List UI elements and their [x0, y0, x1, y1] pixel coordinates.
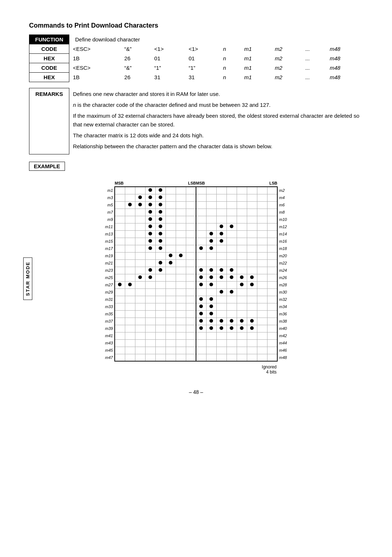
matrix-cell-6-r-4 — [237, 230, 247, 238]
matrix-cell-16-3 — [145, 303, 155, 310]
matrix-rlabel-2: m5 — [104, 201, 115, 209]
matrix-cell-12-r-5 — [247, 274, 257, 281]
matrix-cell-2-r-7 — [267, 201, 277, 209]
matrix-cell-23-4 — [155, 354, 166, 361]
matrix-cell-11-6 — [176, 267, 186, 274]
matrix-cell-0-r-2 — [216, 187, 226, 194]
matrix-cell-0-r-5 — [247, 187, 257, 194]
matrix-cell-23-r-4 — [237, 354, 247, 361]
matrix-cell-16-5 — [166, 303, 176, 310]
matrix-cell-6-r-5 — [247, 230, 257, 238]
matrix-rrlabel-7: m16 — [277, 238, 288, 245]
matrix-cell-4-r-7 — [267, 216, 277, 223]
matrix-cell-0-3 — [145, 187, 155, 194]
matrix-cell-22-r-0 — [196, 347, 206, 354]
dot-7-3 — [148, 239, 152, 243]
matrix-cell-22-r-6 — [257, 347, 267, 354]
dot-2-3 — [148, 203, 152, 206]
matrix-cell-14-r-3 — [226, 288, 237, 296]
matrix-cell-20-r-0 — [196, 332, 206, 339]
matrix-cell-19-1 — [125, 325, 135, 332]
matrix-cell-9-7 — [186, 252, 196, 259]
matrix-cell-19-r-7 — [267, 325, 277, 332]
matrix-row-11: m23m24 — [104, 267, 288, 274]
matrix-cell-22-r-3 — [226, 347, 237, 354]
dot-right-13-5 — [250, 283, 254, 286]
matrix-cell-3-r-1 — [206, 209, 216, 216]
matrix-cell-0-r-4 — [237, 187, 247, 194]
matrix-cell-22-5 — [166, 347, 176, 354]
matrix-cell-18-r-4 — [237, 318, 247, 325]
matrix-cell-18-1 — [125, 318, 135, 325]
dot-10-5 — [169, 261, 172, 265]
matrix-cell-1-0 — [115, 194, 125, 201]
matrix-cell-21-3 — [145, 339, 155, 347]
matrix-cell-0-7 — [186, 187, 196, 194]
matrix-cell-6-7 — [186, 230, 196, 238]
dot-9-5 — [169, 254, 172, 257]
cmd-cell-3-4: n — [219, 63, 240, 73]
matrix-cell-0-r-0 — [196, 187, 206, 194]
matrix-row-16: m33m34 — [104, 303, 288, 310]
cmd-cell-1-3: <1> — [185, 44, 220, 54]
matrix-cell-23-r-7 — [267, 354, 277, 361]
matrix-cell-2-r-6 — [257, 201, 267, 209]
matrix-cell-4-r-3 — [226, 216, 237, 223]
cmd-cell-4-2: 31 — [151, 73, 185, 82]
dot-2-1 — [128, 203, 132, 206]
matrix-rrlabel-6: m14 — [277, 230, 288, 238]
dot-right-12-0 — [199, 275, 203, 279]
matrix-cell-13-5 — [166, 281, 176, 288]
matrix-row-7: m15m16 — [104, 238, 288, 245]
matrix-cell-15-r-5 — [247, 296, 257, 303]
dot-right-17-0 — [199, 312, 203, 315]
cmd-label-3: CODE — [29, 63, 69, 73]
matrix-cell-6-4 — [155, 230, 166, 238]
matrix-cell-9-5 — [166, 252, 176, 259]
matrix-cell-9-6 — [176, 252, 186, 259]
matrix-rlabel-15: m31 — [104, 296, 115, 303]
matrix-cell-6-r-6 — [257, 230, 267, 238]
matrix-rlabel-13: m27 — [104, 281, 115, 288]
cmd-label-1: CODE — [29, 44, 69, 54]
matrix-cell-14-r-7 — [267, 288, 277, 296]
matrix-cell-1-r-7 — [267, 194, 277, 201]
matrix-cell-20-r-6 — [257, 332, 267, 339]
matrix-cell-6-r-2 — [216, 230, 226, 238]
matrix-cell-14-r-2 — [216, 288, 226, 296]
matrix-row-3: m7m8 — [104, 209, 288, 216]
matrix-cell-17-r-4 — [237, 310, 247, 318]
matrix-rrlabel-13: m28 — [277, 281, 288, 288]
matrix-cell-8-3 — [145, 245, 155, 252]
dot-right-11-0 — [199, 268, 203, 272]
matrix-cell-2-r-5 — [247, 201, 257, 209]
cmd-cell-3-3: “1” — [185, 63, 220, 73]
matrix-cell-0-2 — [135, 187, 145, 194]
matrix-cell-20-r-5 — [247, 332, 257, 339]
matrix-cell-7-r-4 — [237, 238, 247, 245]
matrix-cell-9-r-5 — [247, 252, 257, 259]
matrix-cell-1-2 — [135, 194, 145, 201]
matrix-cell-23-6 — [176, 354, 186, 361]
matrix-cell-4-2 — [135, 216, 145, 223]
matrix-rlabel-4: m9 — [104, 216, 115, 223]
matrix-cell-6-r-1 — [206, 230, 216, 238]
dot-1-4 — [159, 195, 162, 199]
matrix-cell-12-2 — [135, 274, 145, 281]
matrix-cell-20-r-2 — [216, 332, 226, 339]
matrix-cell-17-r-0 — [196, 310, 206, 318]
matrix-cell-22-r-5 — [247, 347, 257, 354]
matrix-cell-16-0 — [115, 303, 125, 310]
matrix-cell-19-r-0 — [196, 325, 206, 332]
matrix-cell-2-r-1 — [206, 201, 216, 209]
matrix-cell-10-2 — [135, 259, 145, 267]
matrix-cell-8-5 — [166, 245, 176, 252]
matrix-cell-18-4 — [155, 318, 166, 325]
dot-0-3 — [148, 188, 152, 192]
cmd-label-0: FUNCTION — [29, 35, 69, 44]
matrix-cell-11-r-2 — [216, 267, 226, 274]
matrix-cell-21-0 — [115, 339, 125, 347]
cmd-row-4: HEX1B263131nm1m2...m48 — [29, 73, 363, 82]
dot-13-0 — [118, 283, 122, 286]
matrix-cell-0-1 — [125, 187, 135, 194]
